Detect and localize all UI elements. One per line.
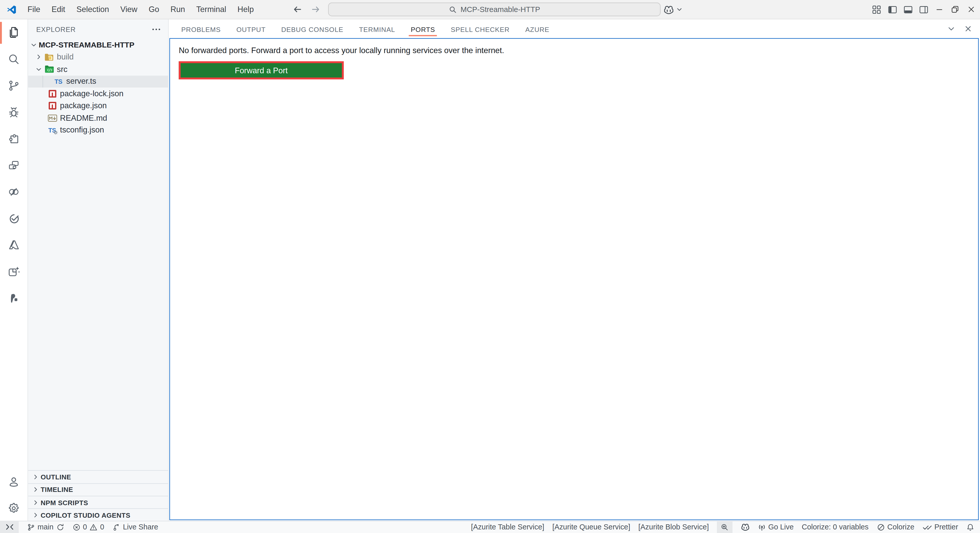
branch-icon xyxy=(27,523,35,531)
tree-item-server-ts[interactable]: TSserver.ts xyxy=(28,75,168,88)
azurite-table-service[interactable]: [Azurite Table Service] xyxy=(471,523,544,531)
activity-bar-item-power-platform[interactable] xyxy=(0,179,27,205)
menu-file[interactable]: File xyxy=(22,0,46,19)
menu-edit[interactable]: Edit xyxy=(46,0,71,19)
chevron-down-icon[interactable] xyxy=(948,25,955,32)
close-icon[interactable] xyxy=(964,25,972,32)
forward-a-port-button[interactable]: Forward a Port xyxy=(179,61,344,80)
files-icon xyxy=(7,26,21,40)
containers-icon xyxy=(7,159,21,172)
warning-count: 0 xyxy=(100,523,104,531)
customize-layout-icon[interactable] xyxy=(869,0,884,19)
back-arrow-icon[interactable] xyxy=(293,4,302,14)
panel-tab-ports[interactable]: PORTS xyxy=(409,22,437,36)
activity-bar-item-containers[interactable] xyxy=(0,152,27,179)
title-bar: FileEditSelectionViewGoRunTerminalHelp M… xyxy=(0,0,980,19)
bell-icon xyxy=(966,523,974,531)
git-branch-item[interactable]: main xyxy=(27,523,64,531)
panel-area: PROBLEMSOUTPUTDEBUG CONSOLETERMINALPORTS… xyxy=(169,19,980,521)
tree-item-src[interactable]: src xyxy=(28,63,168,75)
toggle-secondary-sidebar-icon[interactable] xyxy=(916,0,931,19)
markdown-icon xyxy=(47,115,58,122)
live-share-item[interactable]: Live Share xyxy=(112,523,158,531)
activity-bar-item-flag-extension[interactable] xyxy=(0,285,27,312)
close-icon[interactable] xyxy=(963,0,980,19)
sidebar-section-npm-scripts[interactable]: NPM SCRIPTS xyxy=(28,496,168,509)
flag-icon xyxy=(7,291,21,305)
panel-tab-output[interactable]: OUTPUT xyxy=(234,22,267,36)
tree-item-tsconfig-json[interactable]: TStsconfig.json xyxy=(28,124,168,136)
command-center-search[interactable]: MCP-Streamable-HTTP xyxy=(328,3,661,16)
copilot-status-item[interactable] xyxy=(741,523,750,531)
prettier-item[interactable]: Prettier xyxy=(923,523,958,531)
azurite-queue-service[interactable]: [Azurite Queue Service] xyxy=(552,523,630,531)
panel-tab-spell-checker[interactable]: SPELL CHECKER xyxy=(449,22,511,36)
extensions-icon xyxy=(7,132,21,146)
go-live-item[interactable]: Go Live xyxy=(758,523,794,531)
tree-item-label: package-lock.json xyxy=(60,89,124,98)
menu-selection[interactable]: Selection xyxy=(71,0,115,19)
minimize-icon[interactable] xyxy=(931,0,947,19)
tree-item-label: src xyxy=(57,65,67,73)
folder-src-icon xyxy=(44,65,54,73)
panel-tab-problems[interactable]: PROBLEMS xyxy=(180,22,223,36)
command-center-value: MCP-Streamable-HTTP xyxy=(460,5,540,14)
notifications-bell[interactable] xyxy=(966,523,974,531)
error-icon xyxy=(72,523,80,531)
toggle-primary-sidebar-icon[interactable] xyxy=(884,0,900,19)
forward-arrow-icon[interactable] xyxy=(310,4,321,14)
panel-tab-debug-console[interactable]: DEBUG CONSOLE xyxy=(280,22,345,36)
menu-go[interactable]: Go xyxy=(143,0,165,19)
colorize-label: Colorize xyxy=(887,523,915,531)
tree-item-root[interactable]: MCP-STREAMABLE-HTTP xyxy=(28,39,168,51)
folder-build-icon xyxy=(44,53,54,61)
copilot-menu-button[interactable] xyxy=(663,0,682,19)
activity-bar-item-settings[interactable] xyxy=(0,495,27,521)
restore-icon[interactable] xyxy=(947,0,963,19)
activity-bar-item-explorer[interactable] xyxy=(0,19,27,46)
live-share-icon xyxy=(112,523,121,531)
tree-item-package-json[interactable]: package.json xyxy=(28,100,168,112)
activity-bar-item-azure[interactable] xyxy=(0,232,27,259)
colorize-variables-item[interactable]: Colorize: 0 variables xyxy=(802,523,869,531)
tree-root-label: MCP-STREAMABLE-HTTP xyxy=(39,41,135,49)
menu-run[interactable]: Run xyxy=(165,0,191,19)
chevron-right-icon xyxy=(32,474,39,480)
menu-terminal[interactable]: Terminal xyxy=(191,0,232,19)
activity-bar-item-search[interactable] xyxy=(0,46,27,73)
remote-indicator[interactable] xyxy=(0,521,19,533)
ports-empty-message: No forwarded ports. Forward a port to ac… xyxy=(179,46,978,55)
sidebar-section-outline[interactable]: OUTLINE xyxy=(28,470,168,483)
chevron-down-icon xyxy=(30,41,37,48)
panel-tab-azure[interactable]: AZURE xyxy=(523,22,551,36)
activity-bar-item-source-control[interactable] xyxy=(0,73,27,99)
problems-item[interactable]: 0 0 xyxy=(72,523,104,531)
tree-item-package-lock-json[interactable]: package-lock.json xyxy=(28,88,168,100)
copilot-icon xyxy=(741,523,750,531)
menu-help[interactable]: Help xyxy=(232,0,259,19)
activity-bar-item-copilot-studio[interactable] xyxy=(0,259,27,285)
indent-guide xyxy=(43,75,43,88)
activity-bar-item-accounts[interactable] xyxy=(0,469,27,495)
zoom-in-item[interactable] xyxy=(717,521,732,533)
toggle-panel-icon[interactable] xyxy=(900,0,916,19)
gear-icon xyxy=(7,501,21,515)
sidebar-section-label: COPILOT STUDIO AGENTS xyxy=(41,511,130,519)
circle-slash-icon xyxy=(877,523,885,531)
ports-view: No forwarded ports. Forward a port to ac… xyxy=(169,38,979,520)
panel-tab-terminal[interactable]: TERMINAL xyxy=(357,22,397,36)
panel-actions xyxy=(948,25,972,32)
colorize-item[interactable]: Colorize xyxy=(877,523,915,531)
azurite-blob-service[interactable]: [Azurite Blob Service] xyxy=(638,523,709,531)
menu-view[interactable]: View xyxy=(115,0,143,19)
ellipsis-icon[interactable] xyxy=(152,28,161,30)
warning-icon xyxy=(89,523,98,531)
activity-bar-item-extensions[interactable] xyxy=(0,126,27,152)
tree-item-readme-md[interactable]: README.md xyxy=(28,112,168,124)
tree-item-build[interactable]: build xyxy=(28,51,168,63)
activity-bar-item-run-and-debug[interactable] xyxy=(0,99,27,126)
sidebar-section-timeline[interactable]: TIMELINE xyxy=(28,483,168,496)
activity-bar-item-testing[interactable] xyxy=(0,205,27,232)
sidebar-title: EXPLORER xyxy=(36,25,76,33)
sidebar-section-copilot-studio-agents[interactable]: COPILOT STUDIO AGENTS xyxy=(28,509,168,521)
